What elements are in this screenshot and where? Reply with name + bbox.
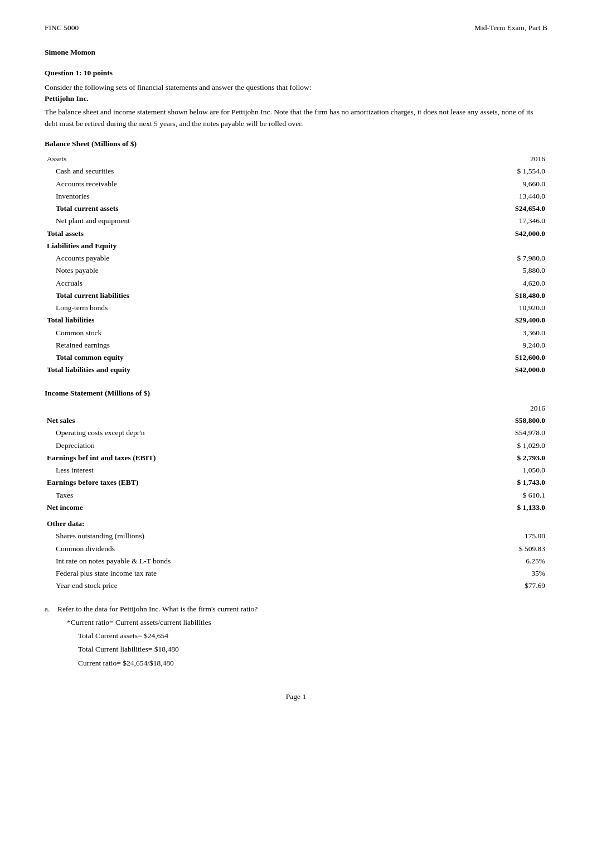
dividends-label: Common dividends	[45, 543, 346, 555]
re-value: 9,240.0	[346, 339, 547, 351]
inv-value: 13,440.0	[346, 190, 547, 202]
total-assets-label: Total assets	[45, 228, 346, 240]
exam-title: Mid-Term Exam, Part B	[474, 22, 547, 33]
stock-price-label: Year-end stock price	[45, 580, 346, 592]
tcl-line: Total Current liabilities= $18,480	[78, 645, 179, 653]
tca-value: $24,654.0	[346, 202, 547, 215]
taxes-value: $ 610.1	[346, 489, 547, 501]
np-value: 5,880.0	[346, 264, 547, 277]
ap-label: Accounts payable	[45, 252, 346, 264]
total-liab-value: $29,400.0	[346, 314, 547, 326]
ap-value: $ 7,980.0	[346, 252, 547, 264]
dividends-value: $ 509.83	[346, 543, 547, 555]
shares-label: Shares outstanding (millions)	[45, 530, 346, 542]
stock-price-value: $77.69	[346, 580, 547, 592]
total-liab-equity-label: Total liabilities and equity	[45, 364, 346, 376]
ebit-label: Earnings bef int and taxes (EBIT)	[45, 452, 346, 464]
income-statement-title: Income Statement (Millions of $)	[45, 388, 547, 399]
ar-label: Accounts receivable	[45, 178, 346, 190]
cash-value: $ 1,554.0	[346, 165, 547, 177]
income-statement-table: 2016 Net sales $58,800.0 Operating costs…	[45, 402, 547, 592]
question-intro: Consider the following sets of financial…	[45, 82, 547, 105]
total-liab-equity-value: $42,000.0	[346, 364, 547, 376]
shares-value: 175.00	[346, 530, 547, 542]
tcl-label: Total current liabilities	[45, 290, 346, 302]
accruals-label: Accruals	[45, 277, 346, 290]
tcl-value: $18,480.0	[346, 290, 547, 302]
tca-line: Total Current assets= $24,654	[78, 631, 168, 640]
is-spacer	[45, 402, 346, 414]
page-footer: Page 1	[45, 691, 547, 702]
tce-label: Total common equity	[45, 351, 346, 364]
ebt-value: $ 1,743.0	[346, 476, 547, 489]
part-a-label: a.	[45, 605, 50, 613]
liabilities-equity-header: Liabilities and Equity	[45, 240, 547, 252]
cash-label: Cash and securities	[45, 165, 346, 177]
ebit-value: $ 2,793.0	[346, 452, 547, 464]
tce-value: $12,600.0	[346, 351, 547, 364]
ppe-value: 17,346.0	[346, 215, 547, 227]
cs-label: Common stock	[45, 327, 346, 339]
depreciation-value: $ 1,029.0	[346, 440, 547, 452]
answer-section: a. Refer to the data for Pettijohn Inc. …	[45, 604, 547, 669]
assets-header: Assets	[45, 153, 346, 165]
ltb-label: Long-term bonds	[45, 302, 346, 314]
tax-rate-value: 35%	[346, 567, 547, 580]
depreciation-label: Depreciation	[45, 440, 346, 452]
inv-label: Inventories	[45, 190, 346, 202]
total-assets-value: $42,000.0	[346, 228, 547, 240]
net-income-value: $ 1,133.0	[346, 501, 547, 514]
company-name: Pettijohn Inc.	[45, 94, 89, 103]
op-costs-value: $54,978.0	[346, 427, 547, 439]
taxes-label: Taxes	[45, 489, 346, 501]
interest-value: 1,050.0	[346, 464, 547, 476]
re-label: Retained earnings	[45, 339, 346, 351]
balance-sheet-table: Assets 2016 Cash and securities $ 1,554.…	[45, 153, 547, 377]
accruals-value: 4,620.0	[346, 277, 547, 290]
int-rate-label: Int rate on notes payable & L-T bonds	[45, 555, 346, 567]
question-title: Question 1: 10 points	[45, 67, 547, 79]
cs-value: 3,360.0	[346, 327, 547, 339]
course-code: FINC 5000	[45, 22, 79, 33]
op-costs-label: Operating costs except depr'n	[45, 427, 346, 439]
tax-rate-label: Federal plus state income tax rate	[45, 567, 346, 580]
net-income-label: Net income	[45, 501, 346, 514]
tca-label: Total current assets	[45, 202, 346, 215]
other-data-label: Other data:	[47, 519, 85, 528]
is-year: 2016	[346, 402, 547, 414]
ar-value: 9,660.0	[346, 178, 547, 190]
total-liab-label: Total liabilities	[45, 314, 346, 326]
ebt-label: Earnings before taxes (EBT)	[45, 476, 346, 489]
np-label: Notes payable	[45, 264, 346, 277]
part-a-question: Refer to the data for Pettijohn Inc. Wha…	[57, 605, 258, 613]
ltb-value: 10,920.0	[346, 302, 547, 314]
ppe-label: Net plant and equipment	[45, 215, 346, 227]
current-ratio-calc: Current ratio= $24,654/$18,480	[78, 659, 174, 667]
question-description: The balance sheet and income statement s…	[45, 107, 547, 129]
balance-sheet-title: Balance Sheet (Millions of $)	[45, 138, 547, 150]
year-header: 2016	[346, 153, 547, 165]
net-sales-label: Net sales	[45, 414, 346, 427]
current-ratio-note: *Current ratio= Current assets/current l…	[67, 618, 211, 626]
author-name: Simone Momon	[45, 47, 547, 58]
net-sales-value: $58,800.0	[346, 414, 547, 427]
int-rate-value: 6.25%	[346, 555, 547, 567]
interest-label: Less interest	[45, 464, 346, 476]
